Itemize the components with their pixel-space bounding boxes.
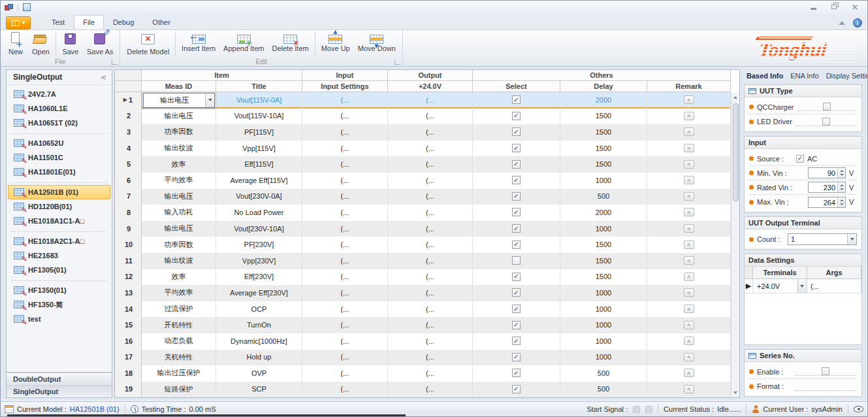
quick-access-icon[interactable] (23, 3, 31, 11)
meas-id-cell[interactable]: 平均效率 (142, 285, 216, 301)
output-cell[interactable]: (... (388, 365, 473, 382)
table-row[interactable]: 10 功率因数 PF[230V] (... (... 1500 (115, 237, 731, 253)
remark-button[interactable] (684, 112, 694, 120)
meas-id-cell[interactable]: 输入功耗 (142, 205, 216, 221)
input-settings-cell[interactable]: (... (302, 221, 388, 237)
dropdown-arrow-icon[interactable] (847, 234, 856, 244)
model-item[interactable]: HA11501C (8, 150, 110, 165)
delay-cell[interactable]: 1500 (560, 253, 647, 269)
delay-cell[interactable]: 500 (560, 365, 647, 382)
table-row[interactable]: 9 输出电压 Vout[230V-10A] (... (... 1000 (115, 221, 731, 237)
enable-checkbox[interactable] (822, 367, 829, 375)
delay-cell[interactable]: 1500 (560, 108, 647, 125)
output-cell[interactable]: (... (388, 141, 473, 157)
select-checkbox[interactable] (512, 337, 521, 345)
table-row[interactable]: ▶1 输出电压 Vout[115V-0A] (... (... 2000 (115, 92, 731, 108)
remark-button[interactable] (684, 95, 694, 104)
select-checkbox[interactable] (512, 95, 521, 104)
dialog-launcher-icon[interactable] (394, 59, 400, 65)
select-checkbox[interactable] (512, 241, 521, 249)
toolbar-button[interactable]: Save As (83, 31, 117, 56)
title-cell[interactable]: Vpp[115V] (216, 141, 302, 157)
scroll-up-icon[interactable] (732, 93, 739, 102)
sidebar-group-button[interactable]: DoubleOutput (7, 373, 112, 385)
column-header-remark[interactable]: Remark (647, 81, 731, 92)
output-cell[interactable]: (... (388, 237, 473, 253)
spinner[interactable] (837, 197, 845, 207)
scrollbar-thumb[interactable] (733, 103, 739, 201)
spinner[interactable] (837, 168, 845, 178)
table-row[interactable]: 3 功率因数 PF[115V] (... (... 1500 (115, 124, 731, 141)
dropdown-arrow-icon[interactable] (205, 93, 214, 107)
table-row[interactable]: 19 短路保护 SCP (... (... 500 (115, 382, 731, 397)
input-settings-cell[interactable]: (... (302, 350, 388, 366)
title-cell[interactable]: Vout[115V-0A] (216, 92, 302, 108)
model-item[interactable]: HA10652U (8, 136, 110, 150)
select-checkbox[interactable] (512, 353, 521, 361)
delay-cell[interactable]: 1000 (560, 285, 647, 301)
close-button[interactable]: × (849, 3, 861, 12)
meas-id-cell[interactable]: 关机特性 (142, 350, 216, 366)
meas-id-cell[interactable]: 效率 (142, 269, 216, 286)
toolbar-button[interactable]: Append Item (219, 31, 268, 53)
select-checkbox[interactable] (512, 385, 521, 393)
input-settings-cell[interactable]: (... (302, 253, 388, 269)
current-model-value[interactable]: HA12501B (01) (70, 405, 120, 413)
select-checkbox[interactable] (512, 256, 521, 265)
ribbon-tab[interactable]: File (74, 15, 104, 30)
select-checkbox[interactable] (512, 369, 521, 377)
column-header-select[interactable]: Select (473, 81, 560, 92)
vin-input[interactable]: 264 (808, 197, 846, 208)
format-field[interactable] (794, 382, 857, 391)
output-cell[interactable]: (... (388, 253, 473, 269)
remark-button[interactable] (684, 288, 694, 297)
model-item[interactable]: HF1305(01) (8, 263, 110, 277)
model-item[interactable]: HA10651T (02) (8, 116, 110, 130)
table-row[interactable]: 17 关机特性 Hold up (... (... 1000 (115, 350, 731, 366)
title-cell[interactable]: PF[230V] (216, 237, 302, 253)
sidebar-group-button[interactable]: SingleOutput (7, 385, 112, 397)
output-cell[interactable]: (... (388, 221, 473, 237)
toolbar-button[interactable]: Move Down (354, 31, 400, 53)
delay-cell[interactable]: 1000 (560, 317, 647, 333)
model-item[interactable]: HA1060L1E (8, 101, 110, 116)
remark-button[interactable] (684, 127, 694, 136)
delay-cell[interactable]: 1000 (560, 333, 647, 350)
model-item[interactable]: HE21683 (8, 248, 110, 263)
input-settings-cell[interactable]: (... (302, 189, 388, 205)
output-cell[interactable]: (... (388, 382, 473, 397)
delay-cell[interactable]: 500 (560, 382, 647, 397)
meas-id-cell[interactable]: 输出电压 (142, 221, 216, 237)
remark-button[interactable] (684, 192, 694, 201)
input-settings-cell[interactable]: (... (302, 124, 388, 141)
column-header-delay[interactable]: Delay (560, 81, 647, 92)
toolbar-button[interactable]: Open (28, 31, 54, 56)
delay-cell[interactable]: 1000 (560, 173, 647, 189)
title-cell[interactable]: Eff[115V] (216, 156, 302, 173)
meas-id-cell[interactable]: 短路保护 (142, 382, 216, 397)
table-scrollbar[interactable] (731, 93, 739, 397)
select-checkbox[interactable] (512, 305, 521, 313)
meas-id-cell[interactable]: 功率因数 (142, 124, 216, 141)
select-checkbox[interactable] (512, 112, 521, 120)
title-cell[interactable]: PF[115V] (216, 124, 302, 141)
title-cell[interactable]: TurnOn (216, 317, 302, 333)
panel-tab[interactable]: Based Info (747, 72, 783, 80)
delay-cell[interactable]: 2000 (560, 205, 647, 221)
meas-id-cell[interactable]: 输出纹波 (142, 141, 216, 157)
model-item[interactable]: test (8, 312, 110, 326)
minimize-button[interactable] (807, 3, 819, 12)
title-cell[interactable]: OCP (216, 301, 302, 318)
select-checkbox[interactable] (512, 208, 521, 216)
table-row[interactable]: 4 输出纹波 Vpp[115V] (... (... 1500 (115, 141, 731, 157)
input-settings-cell[interactable]: (... (302, 365, 388, 382)
meas-id-cell[interactable]: 输出纹波 (142, 253, 216, 269)
meas-id-cell[interactable]: 输出电压 (142, 108, 216, 125)
meas-id-cell[interactable]: 开机特性 (142, 317, 216, 333)
table-row[interactable]: 11 输出纹波 Vpp[230V] (... (... 1500 (115, 253, 731, 269)
toolbar-button[interactable]: Move Up (317, 31, 354, 53)
title-cell[interactable]: Average Eff[115V] (216, 173, 302, 189)
toolbar-button[interactable]: Insert Item (178, 31, 219, 53)
help-icon[interactable]: i (853, 18, 862, 27)
application-menu-button[interactable] (6, 16, 31, 29)
